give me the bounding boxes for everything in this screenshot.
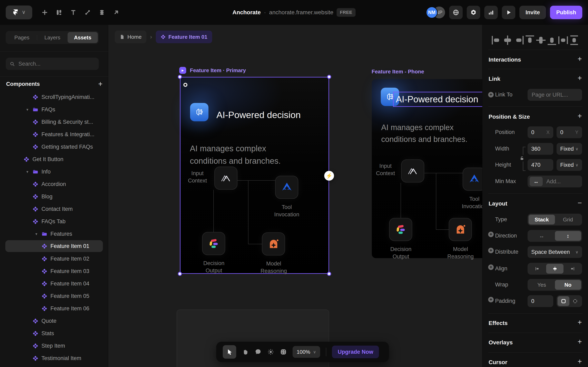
sidebar-item[interactable]: FAQs Tab [0,215,108,228]
padding-individual-option[interactable] [570,296,581,306]
zoom-select[interactable]: 100% ∨ [293,346,320,358]
preview-button[interactable] [502,6,515,19]
upgrade-button[interactable]: Upgrade Now [332,346,379,358]
resize-handle-se[interactable] [327,272,331,276]
align-left-icon[interactable] [491,35,502,46]
resize-handle-ne[interactable] [327,75,331,79]
add-overlay-button[interactable]: + [578,338,582,345]
height-mode-select[interactable]: Fixed ∨ [557,159,582,171]
type-stack-option[interactable]: Stack [528,215,555,225]
sidebar-folder[interactable]: ▾Features [0,228,108,240]
align-end-option[interactable] [563,264,581,274]
width-field[interactable]: 360 [527,143,553,155]
sidebar-item[interactable]: Testimonial Item Split [0,365,108,367]
direction-plus-icon[interactable]: + [488,232,494,237]
invite-button[interactable]: Invite [519,6,546,19]
layout-button[interactable] [52,6,66,19]
sidebar-item[interactable]: Billing & Security st... [0,116,108,128]
chevron-down-icon[interactable]: ▾ [25,169,29,174]
position-y-field[interactable]: 0 Y [557,126,582,138]
padding-plus-icon[interactable]: + [488,297,494,302]
chevron-down-icon[interactable]: ▾ [34,232,38,236]
align-plus-icon[interactable]: + [488,264,494,270]
sidebar-item[interactable]: Quote [0,315,108,327]
localization-button[interactable] [449,6,463,19]
link-to-input[interactable] [531,92,579,98]
breadcrumb-home[interactable]: Home [115,31,146,43]
distribute-horizontal-icon[interactable] [558,35,569,46]
search-field[interactable] [6,58,99,70]
resize-handle-nw[interactable] [178,75,182,79]
height-field[interactable]: 470 [527,159,553,171]
cms-button[interactable] [95,6,109,19]
feature-card-primary[interactable]: AI-Powered decision AI manages complex c… [180,77,329,274]
sidebar-item[interactable]: Feature Item 06 [0,302,108,315]
link-to-plus-icon[interactable]: + [488,92,494,98]
align-center-horizontal-icon[interactable] [502,35,513,46]
card-title[interactable]: AI-Powered decision [396,94,478,104]
sidebar-item[interactable]: Feature Item 02 [0,253,108,265]
align-top-icon[interactable] [524,35,535,46]
align-start-option[interactable] [528,264,546,274]
framer-menu-button[interactable]: ∨ [6,6,32,19]
randomize-icon[interactable] [280,349,287,355]
sidebar-item[interactable]: Features & Integrati... [0,128,108,141]
chevron-down-icon[interactable]: ▾ [25,107,29,112]
sidebar-item[interactable]: Step Item [0,340,108,352]
align-bottom-icon[interactable] [546,35,557,46]
sidebar-item[interactable]: Get It Button [0,153,108,166]
plugins-button[interactable] [467,6,480,19]
tab-layers[interactable]: Layers [37,32,67,43]
tab-assets[interactable]: Assets [68,32,98,43]
frame-label-primary[interactable]: ▶ Feature Item · Primary [179,67,246,74]
tab-pages[interactable]: Pages [7,32,37,43]
text-tool-button[interactable] [66,6,80,19]
project-header[interactable]: Anchorate · anchorate.framer.website FRE… [233,0,356,25]
breadcrumb-current[interactable]: Feature Item 01 [156,31,212,43]
sidebar-item[interactable]: Getting started FAQs [0,141,108,153]
feature-card-phone[interactable]: AI-Powered decision AI manages complex c… [372,79,482,258]
minmax-field[interactable]: ↔ [527,175,582,187]
position-x-field[interactable]: 0 X [527,126,553,138]
analytics-button[interactable] [484,6,498,19]
comment-tool-icon[interactable] [255,349,261,355]
sidebar-item-selected[interactable]: Feature Item 01 [5,240,103,252]
align-middle-vertical-icon[interactable] [535,35,546,46]
minmax-width-button[interactable]: ↔ [530,177,543,186]
frame-label-phone[interactable]: Feature Item - Phone [372,68,424,75]
sidebar-folder[interactable]: ▾FAQs [0,103,108,116]
align-center-option[interactable] [546,264,564,274]
add-link-button[interactable]: + [578,75,582,82]
interaction-connector-handle[interactable]: ⚡ [324,171,334,181]
vector-tool-button[interactable] [80,6,95,19]
sidebar-item[interactable]: Feature Item 04 [0,277,108,290]
canvas[interactable]: Home › Feature Item 01 ▶ Feature Item · … [108,25,482,367]
search-input[interactable] [18,60,95,67]
sidebar-item[interactable]: Blog [0,191,108,203]
export-button[interactable] [109,6,123,19]
link-to-field[interactable] [527,89,582,101]
select-tool-button[interactable] [223,345,236,359]
add-interaction-button[interactable]: + [578,55,582,63]
padding-uniform-option[interactable] [558,296,570,306]
sidebar-item[interactable]: Accordion [0,178,108,191]
publish-button[interactable]: Publish [550,6,582,19]
direction-vertical-option[interactable]: ↕ [555,231,581,241]
resize-handle-sw[interactable] [178,272,182,276]
wrap-yes-option[interactable]: Yes [528,280,555,290]
direction-horizontal-option[interactable]: ↔ [528,231,555,241]
sidebar-folder[interactable]: ▾Info [0,166,108,178]
align-right-icon[interactable] [513,35,524,46]
sidebar-item[interactable]: Feature Item 03 [0,265,108,277]
add-cursor-button[interactable]: + [578,358,582,365]
hand-tool-icon[interactable] [242,349,249,355]
insert-button[interactable] [38,6,52,19]
add-effect-button[interactable]: + [578,319,582,326]
collapse-layout-button[interactable]: − [578,199,582,207]
type-grid-option[interactable]: Grid [555,215,581,225]
sidebar-item[interactable]: Testimonial Item [0,352,108,365]
avatar-nm[interactable]: NM [426,7,438,18]
add-position-button[interactable]: + [578,112,582,120]
wrap-no-option[interactable]: No [555,280,581,290]
padding-field[interactable]: 0 [527,295,553,307]
